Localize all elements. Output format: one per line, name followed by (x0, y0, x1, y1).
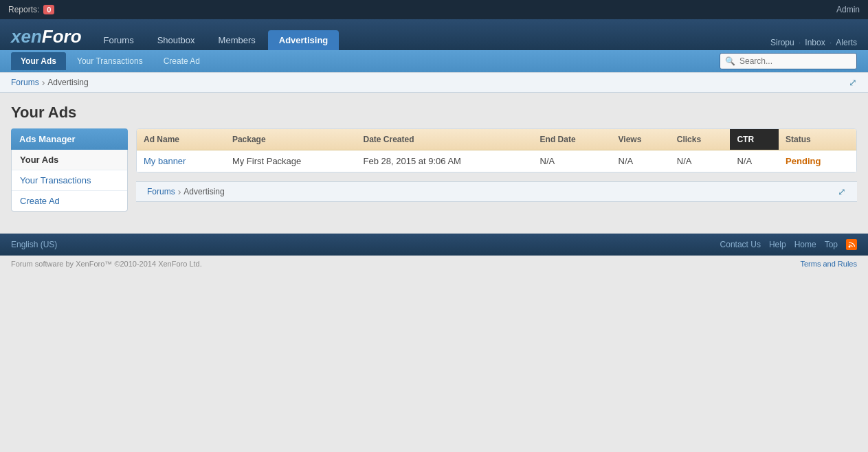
sidebar-item-create-ad[interactable]: Create Ad (12, 191, 127, 211)
logo-foro: Foro (42, 26, 82, 47)
sidebar: Ads Manager Your Ads Your Transactions C… (11, 128, 128, 212)
expand-icon[interactable]: ⤢ (849, 77, 857, 88)
reports-label: Reports: (8, 5, 39, 14)
col-views: Views (612, 129, 670, 150)
footer-home[interactable]: Home (794, 240, 816, 249)
breadcrumb-bottom: Forums › Advertising ⤢ (136, 181, 857, 202)
sidebar-item-your-ads[interactable]: Your Ads (12, 150, 127, 170)
page-title: Your Ads (0, 93, 868, 128)
cell-end-date: N/A (533, 150, 612, 172)
nav-tab-shoutbox[interactable]: Shoutbox (146, 30, 206, 50)
col-package: Package (225, 129, 357, 150)
svg-point-0 (849, 246, 851, 248)
inbox-link[interactable]: Inbox (805, 38, 825, 47)
sub-nav: Your Ads Your Transactions Create Ad 🔍 (0, 50, 868, 72)
ads-table-container: Ad Name Package Date Created End Date Vi… (136, 128, 857, 173)
breadcrumb-bottom-items: Forums › Advertising (147, 186, 225, 197)
breadcrumb-top: Forums › Advertising ⤢ (0, 72, 868, 93)
footer-language: English (US) (11, 240, 57, 249)
user-link[interactable]: Siropu (770, 38, 794, 47)
top-bar: Reports: 0 Admin (0, 0, 868, 19)
breadcrumb-forums[interactable]: Forums (11, 78, 39, 87)
footer-links: Contact Us Help Home Top (720, 239, 857, 250)
footer-contact-us[interactable]: Contact Us (720, 240, 761, 249)
sep1: · (799, 37, 801, 47)
copyright: Forum software by XenForo™ ©2010-2014 Xe… (11, 260, 202, 268)
admin-link[interactable]: Admin (836, 5, 860, 14)
table-header-row: Ad Name Package Date Created End Date Vi… (137, 129, 856, 150)
alerts-link[interactable]: Alerts (836, 38, 857, 47)
main-layout: Ads Manager Your Ads Your Transactions C… (0, 128, 868, 223)
search-input[interactable] (720, 53, 857, 69)
breadcrumb: Forums › Advertising (11, 77, 89, 88)
nav-tab-advertising[interactable]: Advertising (268, 30, 340, 50)
sidebar-item-your-transactions[interactable]: Your Transactions (12, 170, 127, 191)
search-icon: 🔍 (725, 56, 735, 66)
sub-nav-tabs: Your Ads Your Transactions Create Ad (11, 52, 210, 70)
breadcrumb-bottom-sep: › (178, 186, 181, 197)
cell-date-created: Feb 28, 2015 at 9:06 AM (357, 150, 533, 172)
sub-tab-your-transactions[interactable]: Your Transactions (67, 52, 153, 70)
footer: English (US) Contact Us Help Home Top (0, 234, 868, 256)
ad-name-link[interactable]: My banner (144, 156, 186, 166)
cell-clicks: N/A (670, 150, 731, 172)
main-nav-tabs: Forums Shoutbox Members Advertising (93, 30, 340, 50)
cell-views: N/A (612, 150, 670, 172)
cell-ad-name: My banner (137, 150, 225, 172)
col-ctr: Click-Through Rate CTR (730, 129, 779, 150)
footer-top[interactable]: Top (825, 240, 838, 249)
logo[interactable]: xenForo (11, 26, 82, 47)
breadcrumb-bottom-forums[interactable]: Forums (147, 187, 175, 196)
col-ad-name: Ad Name (137, 129, 225, 150)
reports-section: Reports: 0 (8, 5, 54, 14)
col-status: Status (779, 129, 856, 150)
footer-copy: Forum software by XenForo™ ©2010-2014 Xe… (0, 256, 868, 272)
header: xenForo Forums Shoutbox Members Advertis… (0, 19, 868, 50)
nav-tab-members[interactable]: Members (208, 30, 267, 50)
content: Forums › Advertising ⤢ Your Ads Ads Mana… (0, 72, 868, 223)
cell-ctr: N/A (730, 150, 779, 172)
table-area: Ad Name Package Date Created End Date Vi… (136, 128, 857, 212)
col-date-created: Date Created (357, 129, 533, 150)
col-end-date: End Date (533, 129, 612, 150)
col-clicks: Clicks (670, 129, 731, 150)
cell-package: My First Package (225, 150, 357, 172)
sidebar-menu: Your Ads Your Transactions Create Ad (11, 150, 128, 212)
sub-tab-your-ads[interactable]: Your Ads (11, 52, 66, 70)
search-box: 🔍 (720, 53, 857, 69)
sep2: · (830, 37, 832, 47)
nav-tab-forums[interactable]: Forums (93, 30, 145, 50)
breadcrumb-sep1: › (42, 77, 45, 88)
cell-status: Pending (779, 150, 856, 172)
breadcrumb-bottom-advertising: Advertising (183, 187, 224, 196)
sub-tab-create-ad[interactable]: Create Ad (154, 52, 210, 70)
expand-icon-bottom[interactable]: ⤢ (838, 186, 846, 197)
sidebar-title: Ads Manager (11, 128, 128, 150)
table-row: My banner My First Package Feb 28, 2015 … (137, 150, 856, 172)
footer-help[interactable]: Help (769, 240, 786, 249)
breadcrumb-advertising: Advertising (47, 78, 88, 87)
terms-link[interactable]: Terms and Rules (800, 260, 857, 268)
status-badge: Pending (786, 156, 821, 166)
ads-table: Ad Name Package Date Created End Date Vi… (137, 129, 856, 172)
main-nav: xenForo Forums Shoutbox Members Advertis… (11, 26, 857, 50)
reports-badge: 0 (43, 5, 54, 14)
logo-xen: xen (11, 26, 42, 47)
user-nav: Siropu · Inbox · Alerts (770, 37, 857, 50)
rss-icon[interactable] (846, 239, 857, 250)
